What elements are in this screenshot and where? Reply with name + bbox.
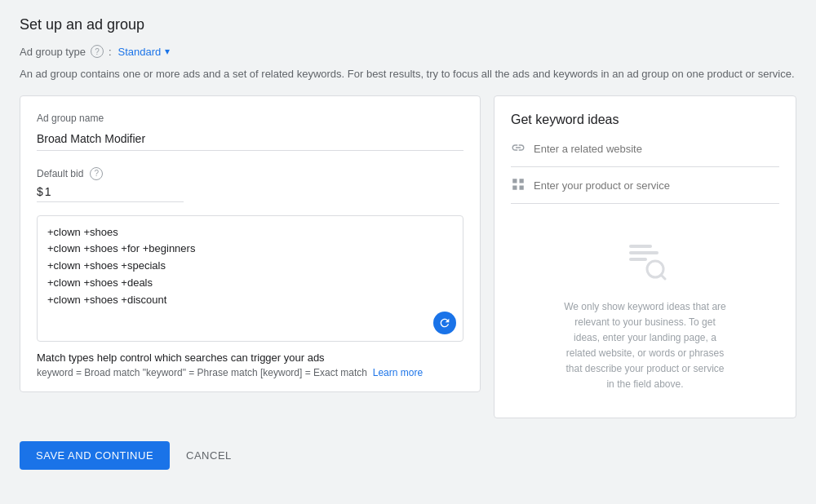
main-content: Ad group name Default bid ? $ +clown +sh…	[20, 95, 796, 418]
learn-more-link[interactable]: Learn more	[373, 367, 423, 378]
default-bid-input[interactable]	[45, 185, 184, 198]
svg-line-4	[661, 275, 665, 279]
match-types-section: Match types help control which searches …	[37, 351, 463, 378]
svg-rect-1	[629, 251, 659, 254]
grid-icon	[511, 177, 526, 195]
ad-group-type-label: Ad group type	[20, 46, 86, 58]
svg-rect-0	[629, 245, 652, 248]
ad-group-type-select-wrapper[interactable]: Standard Dynamic ▾	[118, 46, 170, 58]
description-text: An ad group contains one or more ads and…	[20, 66, 796, 82]
refresh-button[interactable]	[433, 312, 456, 334]
match-types-detail-text: keyword = Broad match "keyword" = Phrase…	[37, 367, 367, 378]
default-bid-row: Default bid ?	[37, 167, 463, 180]
website-input[interactable]	[534, 143, 779, 155]
website-input-row[interactable]	[511, 140, 779, 167]
default-bid-help-icon[interactable]: ?	[90, 167, 103, 180]
ad-group-name-input[interactable]	[37, 129, 463, 151]
left-panel: Ad group name Default bid ? $ +clown +sh…	[20, 95, 481, 392]
ad-group-type-select[interactable]: Standard Dynamic	[118, 46, 163, 58]
right-panel: Get keyword ideas	[494, 95, 796, 418]
keyword-ideas-empty-icon	[624, 238, 667, 288]
keywords-textarea-wrapper: +clown +shoes +clown +shoes +for +beginn…	[37, 215, 463, 342]
match-types-detail: keyword = Broad match "keyword" = Phrase…	[37, 367, 463, 378]
link-icon	[511, 140, 526, 158]
product-input[interactable]	[534, 179, 779, 192]
keywords-textarea[interactable]: +clown +shoes +clown +shoes +for +beginn…	[38, 216, 463, 334]
keyword-ideas-empty-state: We only show keyword ideas that are rele…	[511, 214, 779, 401]
save-and-continue-button[interactable]: SAVE AND CONTINUE	[20, 441, 170, 470]
ad-group-type-row: Ad group type ? : Standard Dynamic ▾	[20, 45, 796, 58]
page-title: Set up an ad group	[20, 16, 796, 33]
chevron-down-icon: ▾	[165, 46, 170, 57]
keyword-ideas-empty-desc: We only show keyword ideas that are rele…	[564, 299, 727, 393]
svg-rect-2	[629, 258, 647, 261]
ad-group-name-label: Ad group name	[37, 113, 463, 124]
ad-group-type-help-icon[interactable]: ?	[91, 45, 104, 58]
default-bid-label: Default bid	[37, 168, 83, 179]
default-bid-input-wrapper: $	[37, 185, 184, 202]
cancel-button[interactable]: CANCEL	[180, 441, 238, 470]
footer-buttons: SAVE AND CONTINUE CANCEL	[20, 441, 796, 470]
product-input-row[interactable]	[511, 177, 779, 204]
bid-dollar-sign: $	[37, 185, 43, 198]
right-panel-title: Get keyword ideas	[511, 113, 779, 127]
keywords-section: +clown +shoes +clown +shoes +for +beginn…	[37, 215, 463, 342]
match-types-title: Match types help control which searches …	[37, 351, 463, 364]
